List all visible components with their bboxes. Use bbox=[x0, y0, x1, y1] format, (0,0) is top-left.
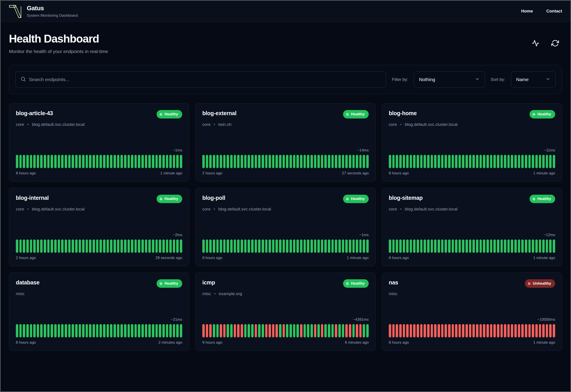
history-bar bbox=[317, 155, 320, 168]
main-content: Health Dashboard Monitor the health of y… bbox=[0, 22, 571, 392]
history-bar bbox=[352, 239, 355, 253]
history-bar bbox=[206, 155, 208, 168]
history-bar bbox=[82, 324, 85, 337]
history-bar bbox=[166, 324, 168, 337]
history-bar bbox=[342, 155, 344, 168]
history-bar bbox=[262, 239, 264, 253]
range-end-label: 1 minute ago bbox=[533, 256, 555, 260]
status-dot-icon bbox=[532, 197, 535, 200]
range-end-label: 2 minutes ago bbox=[158, 340, 182, 345]
history-bar bbox=[441, 239, 444, 253]
page-head: Health Dashboard Monitor the health of y… bbox=[9, 32, 562, 54]
endpoint-card[interactable]: blog-home Healthy core • blog.default.sv… bbox=[382, 103, 562, 182]
history-bar bbox=[79, 239, 81, 253]
history-bar bbox=[213, 324, 215, 337]
history-bar bbox=[169, 155, 172, 168]
sort-by-label: Sort by: bbox=[491, 77, 505, 82]
endpoint-card[interactable]: icmp Healthy misc • example.org ~4391ms … bbox=[195, 272, 376, 351]
history-bars bbox=[16, 324, 182, 337]
endpoint-card[interactable]: nas Unhealthy misc • ~10000ms 8 hours ag… bbox=[382, 272, 562, 351]
history-bar bbox=[65, 155, 67, 168]
history-bar bbox=[110, 239, 112, 253]
nav-link-contact[interactable]: Contact bbox=[546, 9, 562, 14]
history-bar bbox=[286, 324, 288, 337]
filter-select[interactable]: Nothing bbox=[414, 71, 485, 88]
sort-select[interactable]: Name bbox=[511, 71, 556, 88]
history-bar bbox=[275, 324, 278, 337]
history-bar bbox=[131, 155, 133, 168]
history-bar bbox=[26, 324, 29, 337]
history-bar bbox=[403, 155, 405, 168]
history-bar bbox=[103, 239, 105, 253]
history-bar bbox=[33, 239, 36, 253]
history-bar bbox=[227, 155, 229, 168]
status-badge: Healthy bbox=[343, 110, 369, 118]
history-bar bbox=[269, 155, 271, 168]
history-bar bbox=[359, 155, 362, 168]
history-bar bbox=[72, 155, 74, 168]
history-bar bbox=[314, 155, 316, 168]
app-header: Gatus System Monitoring Dashboard Home C… bbox=[0, 0, 571, 22]
nav-link-home[interactable]: Home bbox=[521, 9, 533, 14]
history-bar bbox=[307, 324, 309, 337]
history-bar bbox=[518, 239, 520, 253]
history-bar bbox=[248, 239, 250, 253]
history-bar bbox=[241, 155, 243, 168]
endpoint-card[interactable]: database Healthy misc • ~21ms 8 hours ag… bbox=[9, 272, 189, 351]
endpoint-card[interactable]: blog-internal Healthy core • blog.defaul… bbox=[9, 188, 189, 266]
search-wrap bbox=[15, 71, 386, 88]
history-bar bbox=[317, 239, 320, 253]
history-bar bbox=[431, 155, 433, 168]
response-time-label: ~14ms bbox=[202, 148, 369, 153]
history-bar bbox=[497, 239, 499, 253]
history-bar bbox=[392, 239, 395, 253]
activity-icon[interactable] bbox=[532, 40, 539, 47]
history-bar bbox=[162, 324, 165, 337]
history-bar bbox=[445, 155, 447, 168]
history-bar bbox=[65, 239, 67, 253]
history-bar bbox=[511, 155, 513, 168]
history-bar bbox=[16, 155, 18, 168]
endpoint-subtitle: misc • example.org bbox=[202, 291, 369, 296]
endpoint-group: misc bbox=[16, 291, 25, 296]
history-bar bbox=[230, 155, 233, 168]
history-bar bbox=[307, 239, 309, 253]
search-input[interactable] bbox=[15, 71, 386, 88]
history-bar bbox=[549, 239, 552, 253]
history-bar bbox=[521, 324, 524, 337]
subtitle-separator: • bbox=[214, 122, 215, 127]
sort-select-value: Name bbox=[516, 77, 529, 82]
history-bar bbox=[37, 239, 39, 253]
history-bar bbox=[30, 324, 32, 337]
history-bar bbox=[542, 239, 545, 253]
history-bar bbox=[399, 324, 402, 337]
history-bar bbox=[392, 324, 395, 337]
history-bar bbox=[65, 324, 67, 337]
history-bar bbox=[321, 324, 323, 337]
history-bar bbox=[275, 155, 278, 168]
history-bar bbox=[321, 155, 323, 168]
history-bar bbox=[54, 239, 57, 253]
endpoint-card[interactable]: blog-poll Healthy core • blog.default.sv… bbox=[195, 188, 376, 266]
history-bar bbox=[410, 155, 412, 168]
endpoint-card[interactable]: blog-article-43 Healthy core • blog.defa… bbox=[9, 103, 189, 182]
endpoint-card[interactable]: blog-sitemap Healthy core • blog.default… bbox=[382, 188, 562, 266]
history-bar bbox=[286, 155, 288, 168]
range-end-label: 6 minutes ago bbox=[345, 340, 369, 345]
history-bar bbox=[459, 324, 461, 337]
history-bar bbox=[44, 239, 46, 253]
endpoint-subtitle: core • blog.default.svc.cluster.local bbox=[16, 122, 182, 127]
history-bar bbox=[542, 324, 545, 337]
history-bar bbox=[141, 324, 144, 337]
history-bar bbox=[230, 239, 233, 253]
history-bar bbox=[51, 239, 53, 253]
history-bar bbox=[328, 324, 330, 337]
endpoint-host: example.org bbox=[219, 291, 242, 296]
refresh-icon[interactable] bbox=[551, 40, 559, 47]
history-bar bbox=[342, 324, 344, 337]
history-bar bbox=[410, 324, 412, 337]
endpoint-card[interactable]: blog-external Healthy core • twin.sh ~14… bbox=[195, 103, 376, 182]
history-bar bbox=[324, 239, 327, 253]
history-bar bbox=[180, 239, 182, 253]
status-badge: Healthy bbox=[529, 110, 555, 118]
